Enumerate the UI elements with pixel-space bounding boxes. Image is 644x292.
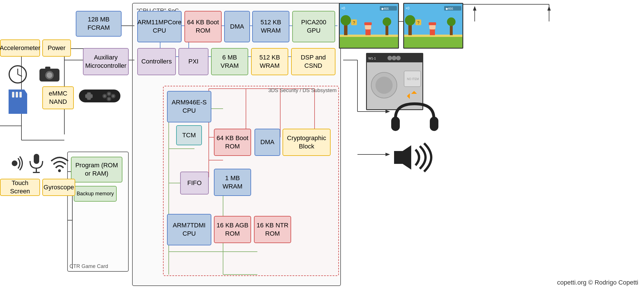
- svg-point-78: [108, 98, 110, 100]
- dma-mid-box: DMA: [255, 129, 280, 156]
- aux-micro-box: Auxiliary Microcontroller: [83, 48, 129, 75]
- copyright-label: copetti.org © Rodrigo Copetti: [557, 279, 638, 286]
- vram-6-box: 6 MB VRAM: [211, 48, 248, 75]
- gyroscope-label: Gyroscope: [43, 183, 74, 192]
- program-rom-box: Program (ROM or RAM): [71, 157, 122, 182]
- security-label: 3DS Security / DS Subsystem: [268, 88, 337, 94]
- svg-text:◆466: ◆466: [446, 7, 453, 10]
- svg-rect-105: [450, 25, 453, 35]
- arm946-box: ARM946E-S CPU: [167, 91, 211, 122]
- speaker-icon: [389, 140, 440, 174]
- fifo-label: FIFO: [187, 179, 202, 187]
- crypto-label: Cryptographic Block: [285, 134, 328, 150]
- svg-point-79: [104, 95, 106, 97]
- svg-text:?: ?: [417, 20, 420, 25]
- svg-rect-71: [85, 94, 93, 98]
- speaker-left-icon: [5, 152, 24, 174]
- ntr-rom-box: 16 KB NTR ROM: [254, 216, 291, 243]
- wram-1mb-box: 1 MB WRAM: [214, 169, 251, 196]
- arm7tdmi-label: ARM7TDMI CPU: [169, 221, 209, 238]
- svg-rect-86: [340, 35, 399, 49]
- crypto-box: Cryptographic Block: [283, 129, 331, 156]
- svg-rect-90: [385, 25, 388, 35]
- svg-rect-127: [391, 117, 400, 131]
- diagram-container: "CPU CTR" SoC 3DS Security / DS Subsyste…: [0, 0, 644, 292]
- svg-point-80: [12, 160, 17, 166]
- svg-text:×0: ×0: [406, 6, 410, 10]
- wram-512-label: 512 KB WRAM: [255, 18, 287, 35]
- accelerometer-box: Accelerometer: [0, 39, 40, 57]
- pica200-box: PICA200 GPU: [292, 11, 335, 42]
- camera-icon: [37, 63, 62, 86]
- touch-screen-box: Touch Screen: [0, 179, 40, 196]
- svg-text:W1-1: W1-1: [368, 57, 376, 60]
- clock-icon: [6, 63, 29, 86]
- dma-mid-label: DMA: [261, 138, 275, 146]
- boot-rom-64-label: 64 KB Boot ROM: [187, 18, 219, 35]
- agb-rom-label: 16 KB AGB ROM: [216, 221, 249, 238]
- aux-micro-label: Auxiliary Microcontroller: [85, 53, 126, 70]
- svg-text:NO ITEM: NO ITEM: [407, 78, 419, 81]
- svg-text:×0: ×0: [341, 6, 345, 10]
- gamepad-icon: [77, 84, 122, 107]
- svg-point-76: [108, 93, 110, 95]
- arm946-label: ARM946E-S CPU: [169, 98, 209, 115]
- fcram-label: 128 MB FCRAM: [78, 15, 119, 32]
- dsp-csnd-box: DSP and CSND: [291, 48, 335, 75]
- svg-marker-129: [394, 145, 411, 170]
- wram-1mb-label: 1 MB WRAM: [216, 174, 249, 190]
- microphone-icon: [27, 152, 46, 174]
- svg-rect-67: [19, 92, 22, 98]
- svg-rect-66: [16, 92, 18, 98]
- arm7tdmi-box: ARM7TDMI CPU: [167, 214, 211, 245]
- svg-rect-94: [364, 22, 372, 25]
- svg-point-84: [58, 169, 61, 172]
- controllers-box: Controllers: [137, 48, 176, 75]
- wram-512b-box: 512 KB WRAM: [251, 48, 288, 75]
- sd-card-icon: [6, 89, 29, 114]
- agb-rom-box: 16 KB AGB ROM: [214, 216, 251, 243]
- svg-point-91: [383, 17, 391, 26]
- touch-screen-label: Touch Screen: [2, 179, 38, 195]
- pica200-label: PICA200 GPU: [295, 18, 333, 35]
- power-label: Power: [48, 44, 65, 52]
- tcm-box: TCM: [176, 125, 202, 145]
- boot-rom-64b-label: 64 KB Boot ROM: [216, 134, 249, 150]
- headphones-icon: [389, 97, 440, 134]
- copyright-text: copetti.org © Rodrigo Copetti: [557, 279, 638, 286]
- svg-rect-128: [430, 117, 438, 131]
- dma-top-box: DMA: [224, 11, 250, 42]
- arm11-box: ARM11MPCore CPU: [137, 11, 182, 42]
- ntr-rom-label: 16 KB NTR ROM: [256, 221, 289, 238]
- pxi-box: PXI: [178, 48, 208, 75]
- gyroscope-box: Gyroscope: [42, 179, 75, 196]
- program-rom-label: Program (ROM or RAM): [73, 161, 120, 178]
- svg-point-104: [405, 15, 415, 25]
- svg-rect-109: [429, 22, 436, 25]
- fcram-box: 128 MB FCRAM: [76, 11, 122, 37]
- svg-point-118: [387, 56, 392, 60]
- svg-point-63: [47, 72, 52, 78]
- tcm-label: TCM: [182, 131, 196, 140]
- game-screen-1: ? ×0 ◆466: [339, 3, 399, 49]
- svg-point-106: [447, 17, 456, 26]
- backup-mem-box: Backup memory: [74, 186, 117, 202]
- arm11-label: ARM11MPCore CPU: [137, 18, 181, 35]
- fifo-box: FIFO: [180, 172, 209, 194]
- svg-rect-64: [45, 67, 50, 69]
- dma-top-label: DMA: [230, 23, 244, 31]
- svg-point-122: [375, 77, 393, 94]
- power-box: Power: [42, 39, 71, 57]
- boot-rom-64-box: 64 KB Boot ROM: [184, 11, 222, 42]
- backup-mem-label: Backup memory: [77, 190, 114, 197]
- svg-rect-101: [404, 35, 463, 49]
- svg-line-60: [18, 74, 22, 76]
- pxi-label: PXI: [188, 57, 198, 66]
- wram-512b-label: 512 KB WRAM: [253, 53, 286, 70]
- svg-point-120: [396, 56, 401, 60]
- svg-text:◆466: ◆466: [381, 7, 389, 10]
- controllers-label: Controllers: [141, 57, 172, 66]
- emmc-nand-box: eMMC NAND: [42, 86, 74, 109]
- vram-6-label: 6 MB VRAM: [213, 53, 246, 70]
- game-screen-2: ? ×0 ◆466: [403, 3, 463, 49]
